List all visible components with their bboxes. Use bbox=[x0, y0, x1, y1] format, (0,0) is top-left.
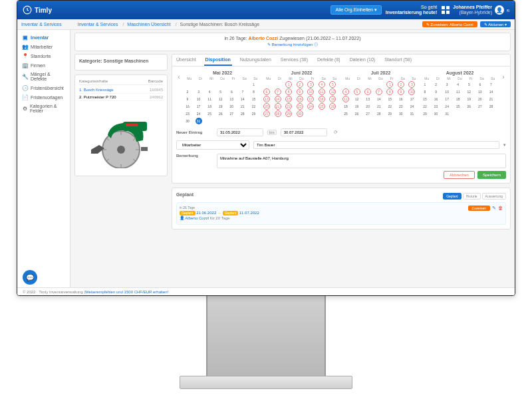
date-to-input[interactable] bbox=[281, 128, 327, 136]
calendar-day[interactable]: 8 bbox=[285, 88, 292, 95]
calendar-day[interactable]: 14 bbox=[239, 96, 246, 102]
calendar-day[interactable]: 30 bbox=[398, 110, 404, 117]
calendar-day[interactable]: 16 bbox=[433, 96, 440, 102]
calendar-day[interactable]: 22 bbox=[250, 103, 257, 110]
calendar-day[interactable]: 17 bbox=[307, 96, 314, 102]
calendar-day[interactable]: 21 bbox=[239, 103, 246, 110]
calendar-day[interactable]: 27 bbox=[364, 110, 371, 117]
calendar-day[interactable]: 22 bbox=[386, 103, 393, 110]
calendar-day[interactable]: 15 bbox=[285, 96, 292, 102]
delete-icon[interactable]: 🗑 bbox=[498, 206, 503, 211]
sidebar-item-kategorienfelder[interactable]: ⚙Kategorien & Felder bbox=[17, 102, 70, 115]
tab-services[interactable]: Services (38) bbox=[279, 55, 309, 66]
calendar-day[interactable]: 5 bbox=[354, 88, 360, 95]
calendar-day[interactable]: 17 bbox=[196, 103, 202, 110]
calendar-day[interactable]: 29 bbox=[250, 110, 257, 117]
calendar-day[interactable]: 15 bbox=[250, 96, 257, 102]
calendar-day[interactable]: 14 bbox=[487, 88, 494, 95]
assign-entry-button[interactable]: Zuweisen bbox=[468, 206, 490, 211]
calendar-day[interactable]: 21 bbox=[487, 96, 494, 102]
calendar-day[interactable]: 16 bbox=[398, 96, 404, 102]
calendar-day[interactable]: 7 bbox=[239, 88, 246, 95]
calendar-day[interactable]: 2 bbox=[433, 81, 440, 88]
calendar-day[interactable]: 19 bbox=[217, 103, 224, 110]
calendar-day[interactable]: 12 bbox=[217, 96, 224, 102]
calendar-day[interactable]: 15 bbox=[422, 96, 428, 102]
calendar-day[interactable]: 10 bbox=[444, 88, 450, 95]
calendar-day[interactable]: 20 bbox=[228, 103, 235, 110]
calendar-day[interactable]: 31 bbox=[408, 110, 415, 117]
calendar-day[interactable]: 25 bbox=[455, 103, 462, 110]
remark-textarea[interactable] bbox=[217, 154, 506, 168]
breadcrumb-1[interactable]: Inventar & Services bbox=[78, 22, 118, 27]
calendar-day[interactable]: 23 bbox=[398, 103, 404, 110]
calendar-day[interactable]: 9 bbox=[398, 88, 404, 95]
calendar-day[interactable]: 12 bbox=[329, 88, 336, 95]
chevron-down-icon[interactable]: ▾ bbox=[503, 142, 506, 148]
calendar-day[interactable]: 23 bbox=[433, 103, 440, 110]
calendar-day[interactable]: 1 bbox=[422, 81, 428, 88]
calendar-day[interactable]: 11 bbox=[342, 96, 349, 102]
calendar-day[interactable]: 13 bbox=[263, 96, 270, 102]
calendar-day[interactable]: 29 bbox=[386, 110, 393, 117]
cal-prev[interactable]: ‹ bbox=[176, 73, 182, 80]
calendar-day[interactable]: 11 bbox=[455, 88, 462, 95]
calendar-day[interactable]: 8 bbox=[386, 88, 393, 95]
calendar-day[interactable]: 26 bbox=[466, 103, 472, 110]
mini-tab-auswertung[interactable]: Auswertung bbox=[482, 193, 506, 200]
calendar-day[interactable]: 1 bbox=[250, 81, 257, 88]
calendar-day[interactable]: 7 bbox=[275, 88, 281, 95]
calendar-day[interactable]: 26 bbox=[329, 103, 336, 110]
calendar-day[interactable]: 9 bbox=[433, 88, 440, 95]
calendar-day[interactable]: 24 bbox=[444, 103, 450, 110]
calendar-day[interactable]: 18 bbox=[319, 96, 325, 102]
calendar-day[interactable]: 24 bbox=[307, 103, 314, 110]
chat-bubble[interactable]: 💬 bbox=[23, 270, 37, 285]
calendar-day[interactable]: 17 bbox=[408, 96, 415, 102]
calendar-day[interactable]: 31 bbox=[196, 118, 202, 124]
sidebar-item-fristenvorlagen[interactable]: 📄Fristenvorlagen bbox=[17, 92, 70, 102]
calendar-day[interactable]: 13 bbox=[228, 96, 235, 102]
calendar-day[interactable]: 23 bbox=[297, 103, 303, 110]
calendar-day[interactable]: 23 bbox=[184, 110, 191, 117]
calendar-day[interactable]: 5 bbox=[217, 88, 224, 95]
calendar-day[interactable]: 5 bbox=[466, 81, 472, 88]
calendar-day[interactable]: 27 bbox=[263, 110, 270, 117]
calendar-day[interactable]: 20 bbox=[263, 103, 270, 110]
list-item[interactable]: 1. Bosch Kreissäge190945 bbox=[79, 86, 163, 94]
calendar-day[interactable]: 19 bbox=[354, 103, 360, 110]
calendar-day[interactable]: 28 bbox=[487, 103, 494, 110]
calendar-day[interactable]: 27 bbox=[228, 110, 235, 117]
calendar-day[interactable]: 21 bbox=[275, 103, 281, 110]
calendar-day[interactable]: 21 bbox=[376, 103, 382, 110]
assignee-type-select[interactable]: Mitarbeiter bbox=[176, 140, 249, 150]
mini-tab-historie[interactable]: Historie bbox=[463, 193, 481, 200]
calendar-day[interactable]: 19 bbox=[329, 96, 336, 102]
calendar-day[interactable]: 6 bbox=[263, 88, 270, 95]
calendar-day[interactable]: 4 bbox=[455, 81, 462, 88]
calendar-day[interactable]: 13 bbox=[364, 96, 371, 102]
calendar-day[interactable]: 26 bbox=[217, 110, 224, 117]
calendar-day[interactable]: 10 bbox=[307, 88, 314, 95]
tab-nutzungsdaten[interactable]: Nutzungsdaten bbox=[239, 55, 273, 66]
cancel-button[interactable]: Abbrechen bbox=[444, 171, 475, 179]
calendar-day[interactable]: 29 bbox=[285, 110, 292, 117]
calendar-day[interactable]: 8 bbox=[250, 88, 257, 95]
calendar-day[interactable]: 3 bbox=[444, 81, 450, 88]
calendar-day[interactable]: 31 bbox=[444, 110, 450, 117]
calendar-day[interactable]: 9 bbox=[184, 96, 191, 102]
calendar-day[interactable]: 28 bbox=[275, 110, 281, 117]
calendar-day[interactable]: 25 bbox=[319, 103, 325, 110]
sidebar-item-mitarbeiter[interactable]: 👥Mitarbeiter bbox=[17, 42, 70, 51]
sidebar-item-fristenbersicht[interactable]: 🕒Fristenübersicht bbox=[17, 83, 70, 92]
calendar-day[interactable]: 18 bbox=[206, 103, 213, 110]
calendar-day[interactable]: 4 bbox=[206, 88, 213, 95]
calendar-day[interactable]: 3 bbox=[307, 81, 314, 88]
calendar-day[interactable]: 20 bbox=[364, 103, 371, 110]
calendar-day[interactable]: 6 bbox=[477, 81, 483, 88]
calendar-day[interactable]: 1 bbox=[285, 81, 292, 88]
calendar-day[interactable]: 30 bbox=[433, 110, 440, 117]
breadcrumb-2[interactable]: Maschinen Übersicht bbox=[127, 22, 170, 27]
tab-standort[interactable]: Standort (58) bbox=[383, 55, 413, 66]
calendar-day[interactable]: 8 bbox=[422, 88, 428, 95]
